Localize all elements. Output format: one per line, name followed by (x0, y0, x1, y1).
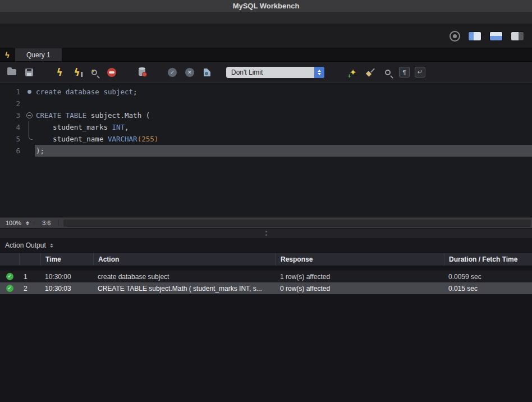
code-text: CREATE TABLE subject.Math ( (35, 109, 532, 121)
open-script-icon[interactable] (6, 66, 18, 79)
panel-splitter[interactable] (0, 229, 532, 238)
execute-all-icon[interactable]: ϟ (53, 66, 66, 79)
statement-marker-icon (24, 86, 35, 98)
fold-end-icon (24, 133, 35, 145)
code-text: create database subject; (35, 86, 532, 98)
code-line-5[interactable]: 5 student_name VARCHAR(255) (0, 133, 532, 145)
line-number: 1 (0, 86, 24, 98)
header-index (19, 253, 40, 266)
rollback-icon[interactable]: ✕ (184, 66, 196, 79)
query-toolbar: ϟ ϟ ϟ ✓ ✕ Don't Limit ✦ ¶ ↵ (0, 62, 532, 83)
sql-editor[interactable]: 1create database subject;23−CREATE TABLE… (0, 83, 532, 217)
horizontal-scrollbar[interactable] (63, 220, 531, 227)
code-line-6[interactable]: 6); (0, 145, 532, 157)
splitter-grip-icon (265, 231, 267, 232)
line-number: 4 (0, 121, 24, 133)
code-text: student_name VARCHAR(255) (35, 133, 532, 145)
clean-icon[interactable] (364, 66, 377, 79)
line-number: 3 (0, 109, 24, 121)
line-number: 2 (0, 98, 24, 109)
code-text: ); (35, 145, 532, 157)
zoom-stepper[interactable] (26, 221, 34, 225)
find-icon[interactable] (382, 66, 394, 79)
tab-query-1[interactable]: Query 1 (15, 48, 62, 61)
caret-position: 3:6 (34, 220, 59, 226)
zoom-level: 100% (0, 220, 26, 226)
dropdown-stepper-icon (314, 67, 324, 78)
header-time: Time (40, 253, 93, 266)
row-response: 0 row(s) affected (276, 285, 444, 293)
fold-mid-icon (24, 121, 35, 133)
invisibles-icon[interactable]: ¶ (399, 67, 410, 77)
header-status (0, 253, 19, 266)
stop-on-error-icon[interactable] (136, 66, 148, 79)
row-action: CREATE TABLE subject.Math ( student_mark… (93, 285, 276, 293)
row-response: 1 row(s) affected (276, 273, 444, 281)
code-line-3[interactable]: 3−CREATE TABLE subject.Math ( (0, 109, 532, 121)
code-text (35, 98, 532, 109)
limit-rows-dropdown[interactable]: Don't Limit (226, 67, 324, 78)
status-success-icon: ✓ (0, 285, 19, 292)
code-line-1[interactable]: 1create database subject; (0, 86, 532, 98)
panel-selector-stepper-icon[interactable] (50, 244, 53, 248)
output-table-header: Time Action Response Duration / Fetch Ti… (0, 253, 532, 266)
output-panel-bar: Action Output (0, 238, 532, 253)
autocommit-icon[interactable] (201, 66, 213, 79)
row-index: 2 (19, 285, 40, 293)
lightning-icon: ϟ (0, 48, 15, 61)
editor-status-bar: 100% 3:6 (0, 217, 532, 229)
output-row-1[interactable]: ✓110:30:00create database subject1 row(s… (0, 271, 532, 282)
output-panel-selector[interactable]: Action Output (5, 241, 46, 249)
code-text: student_marks INT, (35, 121, 532, 133)
output-row-2[interactable]: ✓210:30:03CREATE TABLE subject.Math ( st… (0, 282, 532, 294)
fold-start-icon[interactable]: − (24, 109, 35, 121)
save-script-icon[interactable] (23, 66, 35, 79)
row-time: 10:30:00 (40, 273, 93, 281)
limit-dropdown-value: Don't Limit (226, 68, 314, 76)
splitter-grip-icon (265, 234, 267, 236)
stop-icon[interactable] (106, 66, 118, 79)
execute-current-icon[interactable]: ϟ (71, 66, 83, 79)
code-line-4[interactable]: 4 student_marks INT, (0, 121, 532, 133)
line-number: 6 (0, 145, 24, 157)
tab-label: Query 1 (26, 51, 51, 59)
window-title: MySQL Workbench (233, 2, 300, 10)
marker-spacer (24, 145, 35, 157)
wrap-text-icon[interactable]: ↵ (415, 67, 425, 77)
toggle-bottom-panel-icon[interactable] (489, 31, 503, 41)
toggle-left-sidebar-icon[interactable] (468, 31, 481, 41)
commit-icon[interactable]: ✓ (166, 66, 178, 79)
mysql-workbench-window: MySQL Workbench ϟ Query 1 ϟ ϟ ϟ ✓ ✕ Don'… (0, 0, 532, 402)
status-success-icon: ✓ (0, 273, 19, 280)
code-line-2[interactable]: 2 (0, 98, 532, 109)
header-response: Response (276, 253, 444, 266)
toggle-right-sidebar-icon[interactable] (511, 31, 524, 41)
line-number: 5 (0, 133, 24, 145)
row-index: 1 (19, 273, 40, 281)
main-toolbar (0, 24, 532, 48)
marker-spacer (24, 98, 35, 109)
beautify-icon[interactable]: ✦ (347, 66, 359, 79)
editor-lines: 1create database subject;23−CREATE TABLE… (0, 86, 532, 157)
notifications-icon[interactable] (450, 31, 460, 42)
titlebar: MySQL Workbench (0, 0, 532, 12)
query-tab-bar: ϟ Query 1 (0, 48, 532, 62)
explain-icon[interactable]: ϟ (88, 66, 100, 79)
row-time: 10:30:03 (40, 285, 93, 293)
row-duration: 0.015 sec (444, 285, 532, 293)
header-duration: Duration / Fetch Time (444, 253, 532, 266)
row-action: create database subject (93, 273, 276, 281)
secondary-toolbar (0, 12, 532, 24)
header-action: Action (93, 253, 276, 266)
row-duration: 0.0059 sec (444, 273, 532, 281)
output-rows: ✓110:30:00create database subject1 row(s… (0, 266, 532, 402)
